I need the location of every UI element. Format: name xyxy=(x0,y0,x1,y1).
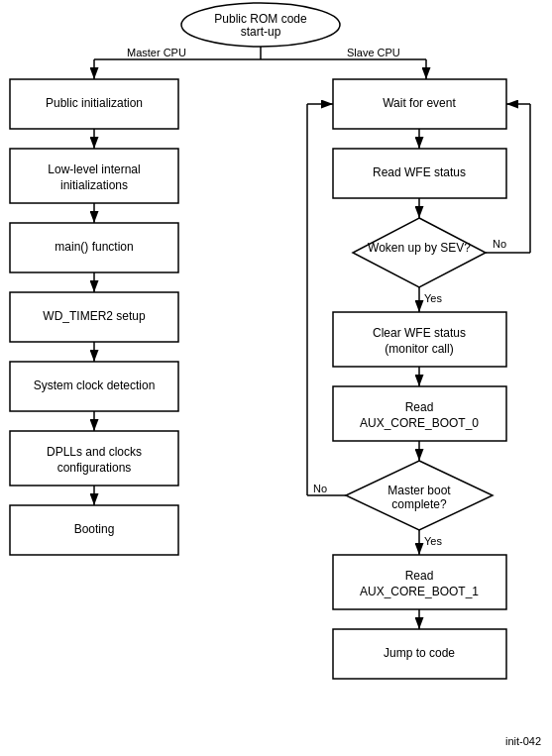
read-aux1-text1: Read xyxy=(405,569,434,583)
dplls-text2: configurations xyxy=(57,461,132,475)
wd-timer-text: WD_TIMER2 setup xyxy=(43,309,146,323)
clear-wfe-text1: Clear WFE status xyxy=(373,326,466,340)
master-boot-text1: Master boot xyxy=(387,484,451,497)
dplls-text1: DPLLs and clocks xyxy=(47,445,142,459)
woken-sev-text1: Woken up by SEV? xyxy=(368,241,471,255)
flowchart-diagram: Public ROM code start-up Master CPU Slav… xyxy=(0,0,552,756)
public-init-text: Public initialization xyxy=(46,96,143,110)
jump-code-text: Jump to code xyxy=(384,646,455,660)
yes-label-sev: Yes xyxy=(424,292,442,304)
slave-cpu-label: Slave CPU xyxy=(347,47,400,58)
wait-event-text: Wait for event xyxy=(383,96,456,110)
read-aux0-text2: AUX_CORE_BOOT_0 xyxy=(360,416,479,430)
master-cpu-label: Master CPU xyxy=(127,47,186,58)
read-aux1-text2: AUX_CORE_BOOT_1 xyxy=(360,585,479,598)
sysclock-text: System clock detection xyxy=(34,378,156,392)
figure-label: init-042 xyxy=(505,735,541,747)
master-boot-text2: complete? xyxy=(391,497,447,511)
no-label-sev: No xyxy=(493,238,506,250)
clear-wfe-text2: (monitor call) xyxy=(385,342,453,356)
lowlevel-text1: Low-level internal xyxy=(48,162,140,176)
read-aux0-text1: Read xyxy=(405,400,434,414)
start-label: Public ROM code xyxy=(214,12,307,26)
read-wfe-text: Read WFE status xyxy=(373,165,466,179)
lowlevel-text2: initializations xyxy=(60,178,128,192)
no-label-master: No xyxy=(313,483,327,494)
booting-text: Booting xyxy=(74,522,115,536)
start-label2: start-up xyxy=(241,25,281,39)
main-func-text: main() function xyxy=(55,240,133,254)
yes-label-master: Yes xyxy=(424,535,442,547)
